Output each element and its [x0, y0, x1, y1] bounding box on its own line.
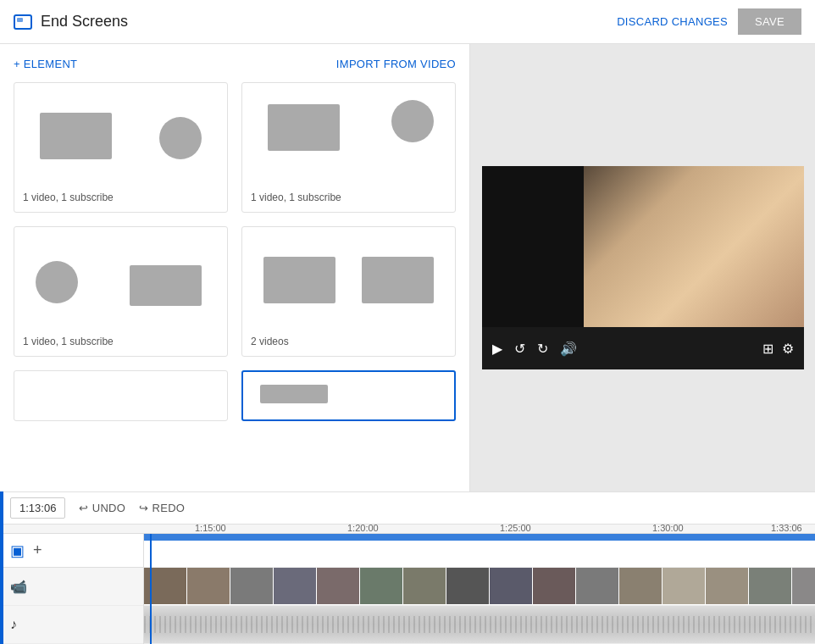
thumb-8: [446, 568, 489, 604]
partial-templates-row: [14, 370, 456, 421]
thumb-16: [792, 568, 815, 604]
redo-icon: ↪: [139, 502, 148, 514]
template-rect-2: [362, 257, 434, 303]
track-header: ▣ +: [0, 534, 143, 568]
wave-visual: [144, 616, 815, 633]
header-right: DISCARD CHANGES SAVE: [617, 8, 801, 35]
right-panel: ▶ ↺ ↻ 🔊 ⊞ ⚙: [470, 44, 815, 491]
thumb-3: [230, 568, 273, 604]
template-label-4: 2 videos: [251, 336, 446, 347]
thumb-6: [360, 568, 402, 604]
redo-label: REDO: [152, 502, 185, 514]
end-screen-track: [144, 534, 815, 568]
template-rect: [130, 265, 202, 306]
forward-button[interactable]: ↻: [537, 341, 548, 357]
music-note-icon: ♪: [10, 617, 17, 632]
timeline-ruler: 1:15:00 1:20:00 1:25:00 1:30:00 1:33:06: [0, 525, 815, 534]
main-area: + ELEMENT IMPORT FROM VIDEO 1 video, 1 s…: [0, 44, 815, 491]
template-label-2: 1 video, 1 subscribe: [251, 192, 446, 203]
ruler-mark-2: 1:20:00: [347, 525, 379, 533]
panel-toolbar: + ELEMENT IMPORT FROM VIDEO: [14, 58, 456, 70]
discard-changes-button[interactable]: DISCARD CHANGES: [617, 15, 728, 28]
time-display: 1:13:06: [10, 497, 65, 519]
save-button[interactable]: SAVE: [738, 8, 801, 35]
undo-icon: ↩: [79, 502, 88, 514]
add-element-button[interactable]: + ELEMENT: [14, 58, 77, 70]
thumb-5: [317, 568, 359, 604]
end-screens-icon: [14, 13, 32, 31]
rewind-button[interactable]: ↺: [514, 341, 525, 357]
page-title: End Screens: [41, 13, 128, 31]
ruler-mark-3: 1:25:00: [500, 525, 531, 533]
video-controls-left: ▶ ↺ ↻ 🔊: [492, 341, 577, 357]
timeline-toolbar: 1:13:06 ↩ UNDO ↪ REDO: [0, 492, 815, 525]
ruler-mark-5: 1:33:06: [771, 525, 802, 533]
template-card-6[interactable]: [241, 370, 456, 421]
track-labels: ▣ + 📹 ♪: [0, 534, 144, 644]
thumb-12: [619, 568, 662, 604]
ruler-mark-4: 1:30:00: [652, 525, 684, 533]
template-visual-2: [251, 92, 446, 185]
svg-rect-1: [17, 18, 23, 22]
thumb-14: [706, 568, 748, 604]
end-screen-bar: [144, 534, 815, 541]
template-visual-6: [252, 380, 446, 410]
template-circle: [391, 100, 434, 142]
template-rect: [40, 113, 112, 159]
header-left: End Screens: [14, 13, 128, 31]
thumb-15: [749, 568, 791, 604]
import-from-video-button[interactable]: IMPORT FROM VIDEO: [336, 58, 456, 70]
screen-track-icon: ▣: [10, 541, 25, 560]
template-card-3[interactable]: 1 video, 1 subscribe: [14, 226, 228, 357]
template-rect-1: [263, 257, 335, 303]
playhead: [150, 534, 152, 644]
template-circle: [159, 117, 202, 159]
video-controls-right: ⊞ ⚙: [762, 341, 794, 357]
template-label-3: 1 video, 1 subscribe: [23, 336, 219, 347]
template-card-2[interactable]: 1 video, 1 subscribe: [241, 82, 456, 213]
undo-label: UNDO: [92, 502, 125, 514]
undo-button[interactable]: ↩ UNDO: [79, 502, 125, 514]
template-visual-5: [23, 380, 219, 409]
audio-track: [144, 606, 815, 644]
templates-grid: 1 video, 1 subscribe 1 video, 1 subscrib…: [14, 82, 456, 357]
ruler-marks-container: 1:15:00 1:20:00 1:25:00 1:30:00 1:33:06: [144, 525, 815, 534]
thumb-9: [490, 568, 532, 604]
thumb-10: [533, 568, 575, 604]
add-track-button[interactable]: +: [33, 541, 42, 559]
thumb-2: [187, 568, 230, 604]
template-card-4[interactable]: 2 videos: [241, 226, 456, 357]
video-side-panel: [482, 166, 584, 327]
tracks-content: [144, 534, 815, 644]
template-visual-4: [251, 236, 446, 329]
left-accent-bar: [0, 491, 3, 644]
redo-button[interactable]: ↪ REDO: [139, 502, 185, 514]
template-card-5[interactable]: [14, 370, 228, 421]
video-preview-image: [482, 166, 804, 327]
settings-button[interactable]: ⚙: [782, 341, 794, 357]
video-thumbnails: [144, 568, 815, 605]
template-label-1: 1 video, 1 subscribe: [23, 192, 219, 203]
video-preview: ▶ ↺ ↻ 🔊 ⊞ ⚙: [482, 166, 804, 369]
header: End Screens DISCARD CHANGES SAVE: [0, 0, 815, 44]
grid-button[interactable]: ⊞: [762, 341, 773, 357]
thumb-4: [274, 568, 316, 604]
video-content: [584, 166, 804, 327]
video-track-label: 📹: [0, 568, 143, 606]
template-card-1[interactable]: 1 video, 1 subscribe: [14, 82, 228, 213]
template-visual-1: [23, 92, 219, 185]
timeline-tracks: ▣ + 📹 ♪: [0, 534, 815, 644]
template-circle: [36, 261, 78, 303]
template-rect: [260, 385, 328, 403]
left-panel: + ELEMENT IMPORT FROM VIDEO 1 video, 1 s…: [0, 44, 470, 491]
svg-rect-0: [14, 15, 31, 29]
video-camera-icon: 📹: [10, 579, 27, 595]
template-visual-3: [23, 236, 219, 329]
thumb-13: [663, 568, 705, 604]
video-controls: ▶ ↺ ↻ 🔊 ⊞ ⚙: [482, 327, 804, 369]
thumb-11: [576, 568, 618, 604]
video-track: [144, 568, 815, 606]
volume-button[interactable]: 🔊: [560, 341, 577, 357]
play-button[interactable]: ▶: [492, 341, 502, 357]
audio-waveform: [144, 606, 815, 643]
